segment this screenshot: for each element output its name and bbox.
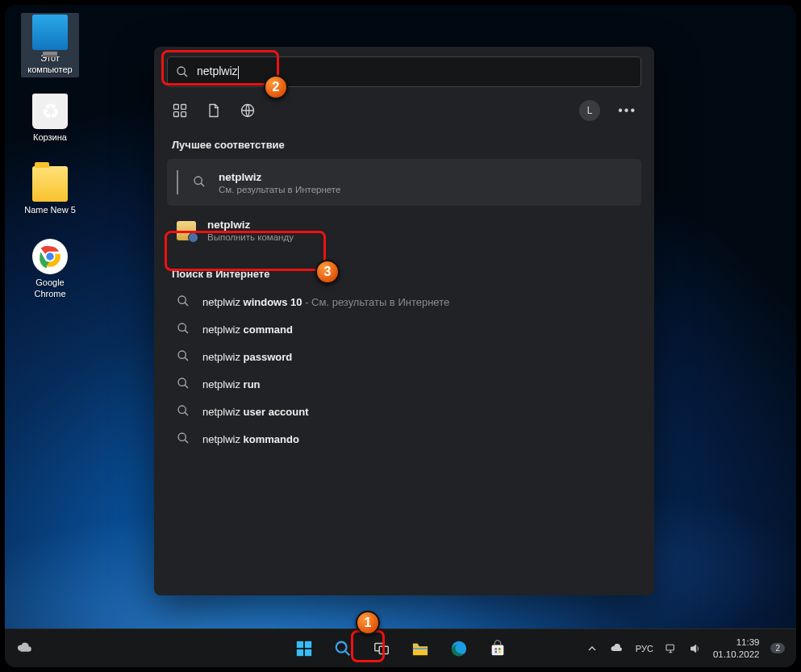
result-title: netplwiz command [202,323,293,336]
svg-point-28 [336,641,346,652]
svg-rect-39 [666,645,674,650]
annotation-badge-3: 3 [315,260,340,284]
desktop-icon-folder[interactable]: Name New 5 [21,166,79,216]
search-icon [177,294,191,309]
svg-rect-8 [181,112,186,117]
annotation-badge-2: 2 [264,75,288,99]
user-avatar[interactable]: L [579,100,600,121]
documents-filter-icon[interactable] [206,102,222,119]
search-input-text: netplwiz [197,65,239,78]
svg-rect-32 [412,648,427,649]
selection-indicator [177,170,178,194]
best-match-heading: Лучшее соответствие [172,139,636,151]
web-search-heading: Поиск в Интернете [172,268,636,280]
folder-icon [32,166,68,202]
monitor-icon [32,15,68,50]
svg-line-19 [185,385,188,388]
notification-badge[interactable]: 2 [770,643,785,653]
run-command-icon [177,221,196,240]
apps-filter-icon[interactable] [172,102,188,119]
search-icon [177,377,191,391]
svg-point-16 [178,351,186,358]
desktop-icon-this-pc[interactable]: Этот компьютер [21,13,79,77]
edge-button[interactable] [443,632,475,665]
svg-rect-31 [379,646,388,653]
recycle-bin-icon: ♻ [32,94,68,129]
search-icon [177,432,191,446]
svg-point-12 [178,296,186,303]
svg-rect-37 [494,650,497,653]
weather-widget-icon[interactable] [16,640,34,657]
svg-line-4 [184,73,187,77]
best-match-result[interactable]: netplwiz См. результаты в Интернете [167,159,641,206]
svg-rect-5 [174,105,179,110]
svg-point-18 [178,378,186,386]
svg-rect-25 [304,641,311,647]
svg-line-23 [185,440,188,443]
svg-rect-35 [494,648,497,650]
result-title: netplwiz kommando [202,433,299,445]
tray-chevron-icon[interactable] [586,642,599,655]
search-filter-row: L ••• [172,100,636,121]
desktop-icon-recycle-bin[interactable]: ♻ Корзина [21,94,79,144]
svg-point-10 [194,177,202,184]
web-result[interactable]: netplwiz windows 10 - См. результаты в И… [167,288,641,315]
result-title: netplwiz [219,171,340,183]
clock-time: 11:39 [713,637,760,648]
search-icon [177,349,191,364]
result-title: netplwiz password [202,351,292,363]
onedrive-icon[interactable] [610,641,624,656]
web-results-list: netplwiz windows 10 - См. результаты в И… [167,288,641,453]
store-button[interactable] [482,632,514,665]
result-title: netplwiz windows 10 - См. результаты в И… [202,296,449,308]
annotation-badge-1: 1 [356,611,380,635]
taskbar-center [288,632,514,665]
svg-rect-34 [491,645,503,655]
desktop-icon-label: Name New 5 [21,205,79,216]
chrome-icon [32,239,68,274]
language-indicator[interactable]: РУС [636,644,653,653]
search-icon [193,175,207,190]
web-result[interactable]: netplwiz kommando [167,425,641,453]
svg-rect-38 [498,650,500,653]
web-result[interactable]: netplwiz command [167,315,641,343]
desktop-icon-label: Google Chrome [21,278,79,300]
svg-rect-7 [174,112,179,117]
more-options-button[interactable]: ••• [618,103,636,118]
svg-point-20 [178,406,186,413]
desktop-icon-chrome[interactable]: Google Chrome [21,239,79,300]
svg-rect-36 [498,648,500,650]
search-icon [177,404,191,419]
result-title: netplwiz [207,219,294,231]
search-box[interactable]: netplwiz [167,56,641,87]
network-icon[interactable] [665,642,678,655]
taskbar: РУС 11:39 01.10.2022 2 [5,628,796,667]
web-result[interactable]: netplwiz password [167,343,641,370]
search-taskbar-button[interactable] [327,632,359,665]
svg-line-29 [344,650,349,655]
svg-line-21 [185,412,188,415]
file-explorer-button[interactable] [404,632,436,665]
search-icon [177,322,191,336]
clock-date: 01.10.2022 [713,649,760,660]
task-view-button[interactable] [365,632,398,665]
clock[interactable]: 11:39 01.10.2022 [713,637,760,660]
svg-point-22 [178,433,186,440]
volume-icon[interactable] [689,642,702,655]
result-subtitle: Выполнить команду [207,232,294,242]
start-button[interactable] [288,632,320,665]
web-result[interactable]: netplwiz user account [167,398,641,425]
web-result[interactable]: netplwiz run [167,370,641,398]
svg-point-14 [178,323,186,331]
search-panel: netplwiz L ••• Лучшее соответствие netpl… [154,47,654,595]
result-subtitle: См. результаты в Интернете [219,185,340,194]
desktop-icon-label: Этот компьютер [21,53,79,76]
command-result[interactable]: netplwiz Выполнить команду [167,211,641,250]
taskbar-right: РУС 11:39 01.10.2022 2 [586,637,785,660]
result-title: netplwiz user account [202,406,309,418]
result-title: netplwiz run [202,378,261,390]
desktop-icon-label: Корзина [21,132,79,144]
svg-line-15 [185,330,188,333]
svg-rect-27 [304,649,311,655]
web-filter-icon[interactable] [240,102,256,119]
